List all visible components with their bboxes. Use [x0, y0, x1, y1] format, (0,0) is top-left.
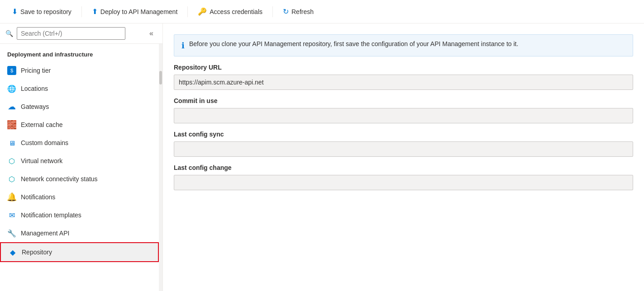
- sidebar-item-label: Locations: [21, 85, 48, 92]
- pricing-tier-icon: $: [7, 66, 16, 75]
- sidebar-item-label: Custom domains: [21, 139, 68, 146]
- refresh-button[interactable]: ↻ Refresh: [278, 5, 318, 19]
- notification-templates-icon: ✉: [7, 211, 16, 220]
- last-config-change-section: Last config change: [174, 164, 633, 190]
- key-icon: 🔑: [198, 7, 207, 16]
- custom-domains-icon: 🖥: [7, 138, 16, 147]
- management-api-icon: 🔧: [7, 229, 16, 238]
- info-message: Before you clone your API Management rep…: [189, 40, 518, 47]
- virtual-network-icon: ⬡: [7, 156, 16, 165]
- sidebar-item-gateways[interactable]: ☁ Gateways: [0, 98, 159, 116]
- sidebar-item-pricing-tier[interactable]: $ Pricing tier: [0, 61, 159, 80]
- sidebar-item-label: Management API: [21, 230, 69, 237]
- sidebar-item-label: Pricing tier: [21, 67, 51, 74]
- deploy-to-apim-button[interactable]: ⬆ Deploy to API Management: [87, 5, 182, 19]
- sidebar-item-custom-domains[interactable]: 🖥 Custom domains: [0, 134, 159, 152]
- sidebar-nav: Deployment and infrastructure $ Pricing …: [0, 44, 159, 291]
- toolbar: ⬇ Save to repository ⬆ Deploy to API Man…: [0, 0, 644, 23]
- last-config-sync-input[interactable]: [174, 141, 633, 157]
- sidebar-scrollbar[interactable]: [159, 44, 162, 291]
- sidebar: 🔍 « Deployment and infrastructure $ Pric…: [0, 23, 163, 291]
- sidebar-item-management-api[interactable]: 🔧 Management API: [0, 224, 159, 242]
- sidebar-item-virtual-network[interactable]: ⬡ Virtual network: [0, 152, 159, 170]
- sidebar-item-label: Network connectivity status: [21, 175, 98, 183]
- refresh-icon: ↻: [283, 7, 289, 16]
- sidebar-item-label: External cache: [21, 121, 63, 128]
- gateways-icon: ☁: [7, 102, 16, 111]
- repository-url-label: Repository URL: [174, 64, 633, 73]
- external-cache-icon: 🧱: [7, 120, 16, 129]
- sidebar-item-locations[interactable]: 🌐 Locations: [0, 80, 159, 98]
- notifications-icon: 🔔: [7, 192, 16, 202]
- sidebar-item-label: Virtual network: [21, 157, 62, 164]
- save-icon: ⬇: [12, 7, 18, 16]
- search-input[interactable]: [17, 27, 125, 40]
- last-config-sync-label: Last config sync: [174, 131, 633, 140]
- repository-url-input[interactable]: [174, 75, 633, 90]
- sidebar-item-network-connectivity[interactable]: ⬡ Network connectivity status: [0, 170, 159, 188]
- toolbar-divider-3: [272, 6, 273, 17]
- repository-url-section: Repository URL: [174, 64, 633, 90]
- network-connectivity-icon: ⬡: [7, 174, 16, 183]
- sidebar-item-label: Notification templates: [21, 211, 81, 219]
- sidebar-scroll-thumb: [159, 71, 162, 84]
- info-banner: ℹ Before you clone your API Management r…: [174, 34, 633, 56]
- commit-in-use-label: Commit in use: [174, 97, 633, 106]
- sidebar-item-label: Repository: [22, 249, 52, 256]
- sidebar-item-notification-templates[interactable]: ✉ Notification templates: [0, 206, 159, 224]
- section-title: Deployment and infrastructure: [0, 44, 159, 61]
- content-area: ℹ Before you clone your API Management r…: [163, 23, 644, 291]
- deploy-icon: ⬆: [92, 7, 98, 16]
- locations-icon: 🌐: [7, 84, 16, 93]
- save-to-repository-button[interactable]: ⬇ Save to repository: [7, 5, 76, 19]
- main-layout: 🔍 « Deployment and infrastructure $ Pric…: [0, 23, 644, 291]
- repository-icon: ◆: [8, 248, 17, 257]
- commit-in-use-input[interactable]: [174, 108, 633, 123]
- last-config-change-input[interactable]: [174, 175, 633, 190]
- toolbar-divider-1: [81, 6, 82, 17]
- search-icon: 🔍: [5, 30, 13, 37]
- collapse-sidebar-button[interactable]: «: [146, 28, 157, 39]
- sidebar-item-notifications[interactable]: 🔔 Notifications: [0, 188, 159, 206]
- search-box: 🔍 «: [0, 23, 162, 44]
- info-icon: ℹ: [181, 41, 185, 51]
- sidebar-item-label: Notifications: [21, 193, 55, 201]
- toolbar-divider-2: [187, 6, 188, 17]
- last-config-change-label: Last config change: [174, 164, 633, 173]
- access-credentials-button[interactable]: 🔑 Access credentials: [193, 5, 267, 19]
- commit-in-use-section: Commit in use: [174, 97, 633, 123]
- sidebar-item-label: Gateways: [21, 103, 49, 110]
- sidebar-item-external-cache[interactable]: 🧱 External cache: [0, 116, 159, 134]
- last-config-sync-section: Last config sync: [174, 131, 633, 157]
- sidebar-item-repository[interactable]: ◆ Repository: [0, 242, 159, 262]
